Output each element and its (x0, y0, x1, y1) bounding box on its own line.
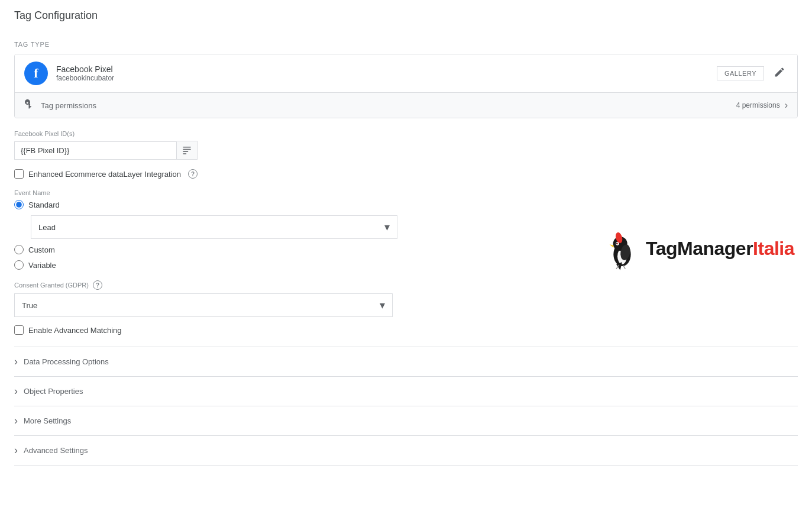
logo-text-red: Italia (753, 238, 794, 259)
permissions-label: Tag permissions (41, 101, 736, 110)
consent-help-icon[interactable]: ? (93, 280, 102, 290)
event-name-dropdown-value: Lead (38, 223, 384, 232)
svg-rect-2 (183, 151, 188, 153)
standard-radio[interactable] (14, 200, 24, 209)
dropdown-arrow-icon: ▾ (384, 221, 390, 234)
expand-icon-object-properties: › (14, 385, 18, 397)
tag-type-card: f Facebook Pixel facebookincubator GALLE… (14, 54, 798, 118)
logo-container: TagManagerItalia (599, 225, 794, 272)
pixel-id-section: Facebook Pixel ID(s) (14, 130, 798, 160)
tag-name-block: Facebook Pixel facebookincubator (56, 64, 717, 82)
advanced-matching-row: Enable Advanced Matching (14, 325, 798, 335)
standard-radio-row: Standard (14, 200, 798, 209)
advanced-settings-label: Advanced Settings (24, 446, 88, 455)
standard-label: Standard (28, 201, 60, 209)
svg-marker-9 (610, 244, 614, 247)
logo-text: TagManagerItalia (646, 238, 794, 260)
pencil-icon (774, 66, 785, 78)
advanced-matching-checkbox[interactable] (14, 325, 24, 335)
enhanced-ecommerce-row: Enhanced Ecommerce dataLayer Integration… (14, 169, 798, 179)
variable-icon (182, 145, 192, 156)
event-name-dropdown[interactable]: Lead ▾ (31, 215, 397, 239)
advanced-settings-row[interactable]: › Advanced Settings (14, 436, 798, 465)
variable-label: Variable (28, 261, 56, 270)
consent-dropdown-arrow-icon: ▾ (380, 299, 385, 312)
gallery-button[interactable]: GALLERY (717, 66, 764, 80)
consent-label: Consent Granted (GDPR) ? (14, 280, 798, 290)
object-properties-row[interactable]: › Object Properties (14, 377, 798, 406)
object-properties-label: Object Properties (24, 387, 83, 396)
consent-dropdown-value: True (22, 301, 380, 310)
chevron-right-icon: › (785, 100, 788, 111)
pixel-id-label: Facebook Pixel ID(s) (14, 130, 798, 137)
enhanced-ecommerce-checkbox[interactable] (14, 169, 24, 179)
event-name-label: Event Name (14, 189, 798, 196)
custom-label: Custom (28, 245, 55, 254)
facebook-icon: f (24, 62, 48, 85)
expand-icon-more-settings: › (14, 415, 18, 427)
data-processing-options-label: Data Processing Options (24, 357, 109, 366)
advanced-matching-label: Enable Advanced Matching (28, 326, 122, 335)
svg-point-16 (617, 243, 618, 244)
logo-text-black: TagManager (646, 238, 753, 259)
variable-picker-button[interactable] (177, 141, 198, 160)
tag-name: Facebook Pixel (56, 64, 717, 74)
enhanced-ecommerce-help-icon[interactable]: ? (188, 169, 198, 179)
tag-type-section-label: Tag Type (14, 41, 798, 48)
logo-area: TagManagerItalia (599, 225, 794, 272)
variable-radio[interactable] (14, 260, 24, 270)
custom-radio[interactable] (14, 245, 24, 254)
pixel-id-input[interactable] (14, 141, 177, 160)
edit-button[interactable] (771, 64, 788, 83)
expand-icon-advanced-settings: › (14, 444, 18, 457)
expandable-sections: › Data Processing Options › Object Prope… (14, 347, 798, 465)
key-icon (24, 99, 35, 112)
tag-type-header: f Facebook Pixel facebookincubator GALLE… (15, 54, 797, 92)
expand-icon-data-processing: › (14, 355, 18, 368)
tag-subtitle: facebookincubator (56, 74, 717, 82)
svg-rect-3 (183, 153, 186, 154)
woodpecker-icon (599, 225, 646, 272)
svg-rect-0 (183, 147, 191, 148)
consent-dropdown[interactable]: True ▾ (14, 293, 393, 317)
permissions-count: 4 permissions (736, 101, 780, 109)
page-title: Tag Configuration (14, 9, 798, 27)
svg-rect-1 (183, 149, 191, 150)
more-settings-label: More Settings (24, 416, 71, 425)
more-settings-row[interactable]: › More Settings (14, 406, 798, 436)
tag-permissions-row[interactable]: Tag permissions 4 permissions › (15, 92, 797, 118)
enhanced-ecommerce-label: Enhanced Ecommerce dataLayer Integration (28, 170, 181, 179)
data-processing-options-row[interactable]: › Data Processing Options (14, 347, 798, 377)
consent-section: Consent Granted (GDPR) ? True ▾ (14, 280, 798, 317)
pixel-id-input-group (14, 141, 198, 160)
